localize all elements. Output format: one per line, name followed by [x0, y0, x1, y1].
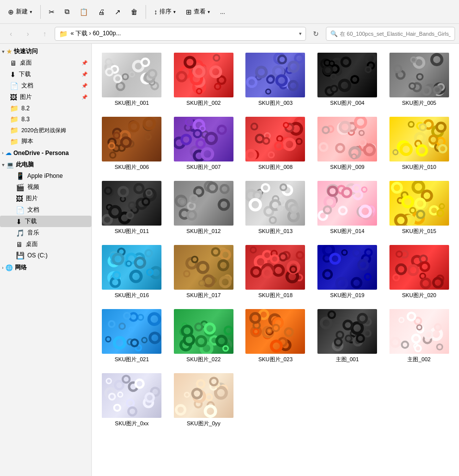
file-item-14[interactable]: SKU图片_014 — [313, 178, 382, 238]
back-button[interactable]: ‹ — [4, 27, 18, 41]
file-item-23[interactable]: SKU图片_023 — [241, 306, 309, 366]
file-item-24[interactable]: 主图_001 — [313, 306, 382, 366]
address-bar[interactable]: 📁 « 下载 › 60_100p... ▾ — [55, 27, 306, 41]
chevron-sort-icon: ▾ — [173, 9, 176, 14]
file-item-17[interactable]: SKU图片_017 — [170, 242, 238, 302]
search-bar[interactable]: 🔍 — [326, 27, 455, 41]
file-item-8[interactable]: SKU图片_008 — [241, 114, 309, 174]
sidebar-item-scripts[interactable]: 📁 脚本 — [0, 136, 91, 147]
music-icon: 🎵 — [16, 229, 24, 237]
new-button[interactable]: ⊕ 新建 ▾ — [4, 5, 36, 18]
cut-button[interactable]: ✂ — [45, 6, 59, 18]
file-item-16[interactable]: SKU图片_016 — [98, 242, 166, 302]
network-icon: 🌐 — [5, 264, 13, 271]
file-item-10[interactable]: SKU图片_010 — [385, 114, 453, 174]
sidebar-videos-label: 视频 — [27, 183, 39, 191]
file-item-11[interactable]: SKU图片_011 — [98, 178, 166, 238]
sidebar-item-documents2[interactable]: 📄 文档 — [0, 204, 91, 216]
file-item-19[interactable]: SKU图片_019 — [313, 242, 382, 302]
sidebar-network-label: 网络 — [15, 263, 27, 272]
sidebar-item-83[interactable]: 📁 8.3 — [0, 114, 91, 125]
file-name-19: SKU图片_019 — [330, 292, 365, 299]
file-grid: SKU图片_001SKU图片_002SKU图片_003SKU图片_004SKU图… — [98, 50, 453, 430]
file-item-21[interactable]: SKU图片_021 — [98, 306, 166, 366]
sidebar-item-os-c[interactable]: 💾 OS (C:) — [0, 250, 91, 261]
file-name-18: SKU图片_018 — [258, 292, 293, 299]
search-input[interactable] — [340, 31, 451, 37]
chevron-icon: ▾ — [2, 49, 4, 54]
pin-icon3: 📌 — [81, 83, 87, 88]
sidebar-osc-label: OS (C:) — [27, 252, 48, 259]
file-item-12[interactable]: SKU图片_012 — [170, 178, 238, 238]
documents2-icon: 📄 — [16, 206, 24, 214]
file-item-18[interactable]: SKU图片_018 — [241, 242, 309, 302]
copy-button[interactable]: ⧉ — [61, 5, 74, 18]
file-item-2[interactable]: SKU图片_002 — [170, 50, 238, 110]
forward-button[interactable]: › — [21, 27, 35, 41]
network-header[interactable]: › 🌐 网络 — [0, 262, 91, 273]
file-item-4[interactable]: SKU图片_004 — [313, 50, 382, 110]
sidebar-item-downloads[interactable]: ⬇ 下载 📌 — [0, 69, 91, 80]
sidebar-item-music[interactable]: 🎵 音乐 — [0, 227, 91, 238]
file-item-9[interactable]: SKU图片_009 — [313, 114, 382, 174]
refresh-button[interactable]: ↻ — [309, 27, 323, 41]
quick-access-header[interactable]: ▾ ★ 快速访问 — [0, 46, 91, 57]
file-item-5[interactable]: SKU图片_005 — [385, 50, 453, 110]
more-button[interactable]: ... — [216, 6, 229, 17]
onedrive-header[interactable]: › ☁ OneDrive - Persona — [0, 148, 91, 158]
file-name-20: SKU图片_020 — [402, 292, 436, 299]
file-name-8: SKU图片_008 — [258, 163, 293, 171]
file-item-13[interactable]: SKU图片_013 — [241, 178, 309, 238]
file-item-6[interactable]: SKU图片_006 — [98, 114, 166, 174]
sidebar-item-documents[interactable]: 📄 文档 📌 — [0, 80, 91, 91]
file-name-4: SKU图片_004 — [330, 99, 365, 107]
up-button[interactable]: ↑ — [38, 27, 52, 41]
file-name-16: SKU图片_016 — [115, 292, 149, 299]
sidebar-item-82[interactable]: 📁 8.2 — [0, 103, 91, 114]
file-item-15[interactable]: SKU图片_015 — [385, 178, 453, 238]
file-item-7[interactable]: SKU图片_007 — [170, 114, 238, 174]
file-item-27[interactable]: SKU图片_0yy — [170, 370, 238, 430]
file-item-25[interactable]: 主图_002 — [385, 306, 453, 366]
this-pc-header[interactable]: ▾ 💻 此电脑 — [0, 159, 91, 170]
pin-icon2: 📌 — [81, 72, 87, 77]
sidebar-item-downloads2[interactable]: ⬇ 下载 — [0, 216, 91, 227]
print-button[interactable]: 🖨 — [94, 6, 109, 18]
sidebar-item-2020[interactable]: 📁 2020合肥对战保姆 — [0, 125, 91, 136]
view-button[interactable]: ⊞ 查看 ▾ — [182, 5, 214, 18]
delete-icon: 🗑 — [131, 8, 138, 16]
iphone-icon: 📱 — [16, 172, 24, 180]
sidebar-pictures2-label: 图片 — [26, 194, 38, 203]
sidebar-pictures-label: 图片 — [20, 93, 32, 101]
sidebar-item-videos[interactable]: 🎬 视频 — [0, 181, 91, 193]
sidebar-onedrive-label: OneDrive - Persona — [13, 150, 69, 157]
sidebar-item-desktop2[interactable]: 🖥 桌面 — [0, 238, 91, 250]
download2-icon: ⬇ — [16, 218, 22, 226]
star-icon: ★ — [6, 48, 12, 55]
share-button[interactable]: ↗ — [111, 6, 125, 18]
sidebar-item-desktop[interactable]: 🖥 桌面 📌 — [0, 57, 91, 69]
file-item-3[interactable]: SKU图片_003 — [241, 50, 309, 110]
file-name-12: SKU图片_012 — [186, 228, 221, 235]
quick-access-section: ▾ ★ 快速访问 🖥 桌面 📌 ⬇ 下载 📌 📄 文档 📌 🖼 图片 — [0, 46, 91, 147]
sidebar-downloads-label: 下载 — [19, 70, 31, 79]
sidebar-music-label: 音乐 — [27, 229, 39, 237]
delete-button[interactable]: 🗑 — [127, 6, 142, 18]
sidebar-item-pictures[interactable]: 🖼 图片 📌 — [0, 91, 91, 103]
cloud-icon: ☁ — [5, 150, 11, 157]
desktop-icon: 🖥 — [10, 59, 17, 67]
desktop2-icon: 🖥 — [16, 240, 23, 248]
file-item-26[interactable]: SKU图片_0xx — [98, 370, 166, 430]
copy-icon: ⧉ — [65, 7, 70, 16]
file-name-6: SKU图片_006 — [115, 163, 149, 171]
sidebar-item-apple-iphone[interactable]: 📱 Apple iPhone — [0, 170, 91, 181]
sidebar-desktop-label: 桌面 — [20, 59, 32, 67]
file-item-1[interactable]: SKU图片_001 — [98, 50, 166, 110]
sort-button[interactable]: ↕ 排序 ▾ — [150, 5, 180, 18]
file-item-22[interactable]: SKU图片_022 — [170, 306, 238, 366]
share-icon: ↗ — [115, 8, 121, 16]
paste-button[interactable]: 📋 — [76, 6, 92, 18]
file-item-20[interactable]: SKU图片_020 — [385, 242, 453, 302]
chevron-down-icon: ▾ — [30, 9, 32, 14]
sidebar-item-pictures2[interactable]: 🖼 图片 — [0, 193, 91, 204]
